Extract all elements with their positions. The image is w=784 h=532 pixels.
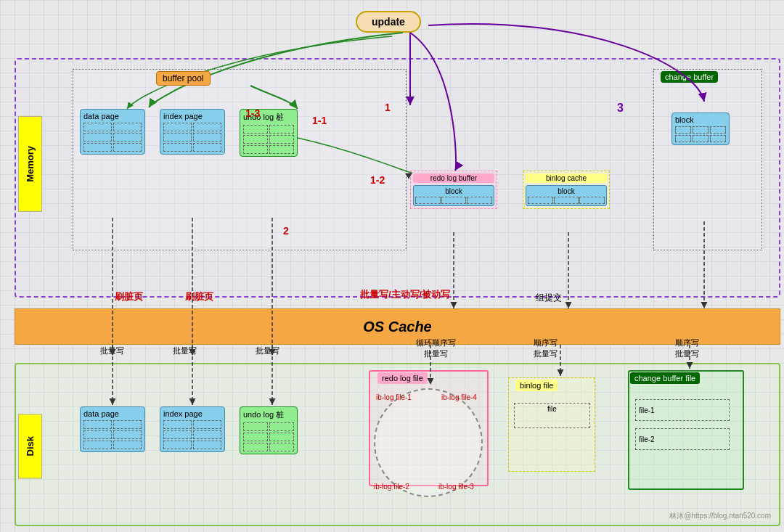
mem-data-page-label: data page [83,112,142,120]
batch-write-main: 批量写/主动写/被动写 [360,288,450,301]
pg-cell [243,145,268,154]
redo-log-file-label: redo log file [377,372,428,384]
cbf-file1: file-1 [635,399,730,421]
pg-cell [83,441,112,449]
pg-cell [83,420,112,429]
arrow-3-label: 3 [617,102,624,115]
flush-dirty1: 刷脏页 [115,290,143,303]
mem-index-page: index page [160,109,225,155]
pg-cell [710,126,726,134]
inner-cell [467,197,492,204]
pg-cell [163,420,192,429]
binlog-file-label: binlog file [515,380,558,391]
arrow-1-label: 1 [385,102,391,113]
batch-write-2: 批量写 [173,345,197,356]
update-node: update [356,11,421,33]
pg-cell [113,420,142,429]
pg-cell [269,125,294,134]
ib-log-file-3-label: ib-log file-3 [438,483,474,491]
os-cache-label: OS Cache [363,319,431,335]
binlog-cache-area: binlog cache block [523,171,610,209]
batch-write-1: 批量写 [100,345,124,356]
disk-index-page: index page [160,406,225,452]
disk-undo-log: undo log 桩 [240,406,298,454]
main-container: update Memory buffer pool data page [0,0,784,532]
watermark: 林沐@https://blog.ntan520.com [669,511,771,521]
pg-cell [243,443,268,451]
binlog-file-inner: file [514,403,590,428]
binlog-cache-label: binlog cache [526,173,607,183]
mem-index-page-label: index page [163,112,221,120]
pg-cell [163,430,192,439]
seq-write1-label: 顺序写批量写 [534,337,558,359]
pg-cell [243,433,268,441]
pg-cell [83,133,112,142]
buffer-pool-area [73,69,407,250]
file-label: file [515,404,589,413]
update-label: update [372,16,405,28]
pg-cell [83,123,112,131]
circular-write-label: 循环顺序写批量写 [399,337,472,359]
pg-cell [113,133,142,142]
disk-label: Disk [18,414,42,478]
pg-cell [163,143,192,152]
pg-cell [243,422,268,431]
pg-cell [193,430,221,439]
flush-dirty2: 刷脏页 [185,290,213,303]
redo-log-buffer-block: block [413,185,494,206]
pg-cell [269,433,294,441]
inner-cell [528,197,553,204]
pg-cell [113,430,142,439]
pg-cell [243,135,268,144]
inner-cell [579,197,605,204]
pg-cell [269,422,294,431]
pg-cell [113,441,142,449]
ib-log-file-1-label: ib-log file-1 [376,393,412,401]
disk-undo-log-label: undo log 桩 [243,409,294,420]
mem-data-page: data page [80,109,145,155]
pg-cell [113,143,142,152]
pg-cell [693,126,709,134]
pg-cell [163,123,192,131]
pg-cell [710,135,726,142]
os-cache: OS Cache [15,308,780,345]
pg-cell [269,145,294,154]
redo-log-buffer-label: redo log buffer [413,173,494,183]
disk-data-page: data page [80,406,145,452]
arrow-1-2-label: 1-2 [370,174,385,186]
inner-cell [554,197,579,204]
redo-log-buffer-area: redo log buffer block [410,171,497,209]
change-buffer-block: block [671,112,730,145]
buffer-pool-label: buffer pool [156,71,211,86]
change-buffer-block-label: block [675,115,726,124]
pg-cell [675,135,691,142]
pg-cell [193,133,221,142]
pg-cell [693,135,709,142]
disk-index-page-label: index page [163,409,221,418]
binlog-cache-block: block [526,185,607,206]
change-buffer-label: change buffer [661,71,718,83]
ib-log-circle [374,388,483,497]
pg-cell [163,133,192,142]
ib-log-file-2-label: ib-log file-2 [374,483,409,491]
batch-write-3: 批量写 [256,345,279,356]
memory-label: Memory [18,116,42,212]
pg-cell [113,123,142,131]
group-commit-label: 组提交 [536,292,562,304]
disk-data-page-label: data page [83,409,142,418]
pg-cell [163,441,192,449]
inner-cell [441,197,467,204]
pg-cell [83,143,112,152]
pg-cell [269,443,294,451]
pg-cell [269,135,294,144]
ib-log-file-4-label: ib-log file-4 [441,393,477,401]
content-area: update Memory buffer pool data page [7,7,777,525]
pg-cell [193,420,221,429]
change-buffer-file-label: change buffer file [630,372,700,384]
pg-cell [243,125,268,134]
pg-cell [193,441,221,449]
cbf-file2: file-2 [635,428,730,450]
arrow-2-label: 2 [283,225,289,237]
pg-cell [193,123,221,131]
pg-cell [83,430,112,439]
